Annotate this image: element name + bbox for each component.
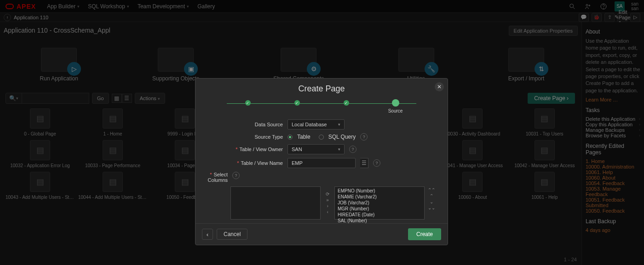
- move-right-icon[interactable]: ›: [327, 203, 328, 209]
- modal-title: Create Page: [196, 79, 448, 96]
- lov-icon[interactable]: ☰: [360, 158, 368, 168]
- label-data-source: Data Source: [223, 122, 283, 127]
- help-icon[interactable]: ?: [373, 159, 380, 167]
- column-item[interactable]: EMPNO (Number): [338, 188, 421, 194]
- shuttle-right[interactable]: EMPNO (Number)ENAME (Varchar2)JOB (Varch…: [334, 186, 425, 220]
- column-item[interactable]: ENAME (Varchar2): [338, 194, 421, 200]
- radio-table[interactable]: [288, 135, 293, 140]
- label-source-type: Source Type: [223, 134, 283, 140]
- label-table-name: Table / View Name: [223, 160, 283, 166]
- create-page-modal: ✕ Create Page ✓ ✓ ✓ Source Data Source L…: [195, 78, 448, 245]
- cancel-button[interactable]: Cancel: [217, 229, 247, 240]
- wizard-step-4: [392, 99, 399, 107]
- move-all-right-icon[interactable]: »: [326, 197, 329, 203]
- table-name-input[interactable]: [288, 158, 356, 168]
- back-button[interactable]: ‹: [202, 229, 213, 240]
- label-select-columns: Select Columns: [197, 172, 228, 183]
- table-owner-select[interactable]: SAN▾: [288, 144, 345, 154]
- column-item[interactable]: HIREDATE (Date): [338, 212, 421, 218]
- wizard-step-2[interactable]: ✓: [294, 100, 300, 106]
- data-source-select[interactable]: Local Database▾: [288, 119, 345, 130]
- help-icon[interactable]: ?: [349, 146, 356, 153]
- radio-sql[interactable]: [319, 135, 324, 140]
- move-up-icon[interactable]: ⌃: [430, 193, 433, 198]
- create-button[interactable]: Create: [408, 228, 441, 240]
- close-icon[interactable]: ✕: [435, 82, 444, 91]
- refresh-icon[interactable]: ⟳: [326, 192, 329, 197]
- wizard-step-3[interactable]: ✓: [344, 100, 349, 106]
- wizard-step-1[interactable]: ✓: [245, 100, 251, 106]
- column-item[interactable]: JOB (Varchar2): [338, 200, 421, 206]
- help-icon[interactable]: ?: [232, 172, 240, 179]
- move-bottom-icon[interactable]: ⌄⌄: [428, 205, 435, 210]
- move-down-icon[interactable]: ⌄: [430, 199, 433, 204]
- label-table-owner: Table / View Owner: [223, 147, 283, 152]
- help-icon[interactable]: ?: [360, 133, 368, 141]
- move-top-icon[interactable]: ⌃⌃: [428, 187, 435, 192]
- column-item[interactable]: MGR (Number): [338, 206, 421, 212]
- move-left-icon[interactable]: ‹: [327, 209, 328, 214]
- shuttle-left[interactable]: [230, 186, 321, 220]
